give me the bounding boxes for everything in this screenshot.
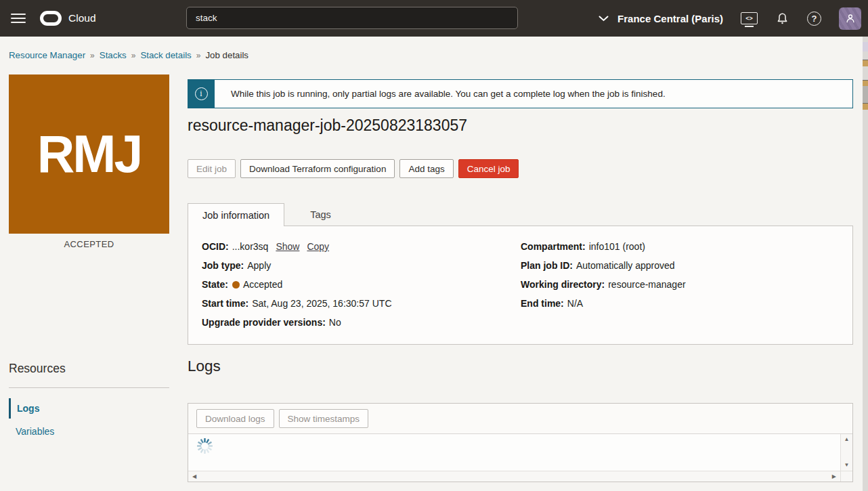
sidebar-item-variables[interactable]: Variables xyxy=(9,425,169,438)
cancel-job-button[interactable]: Cancel job xyxy=(458,159,519,178)
edit-job-button[interactable]: Edit job xyxy=(188,159,236,178)
sidebar-item-label: Logs xyxy=(17,403,39,414)
field-end-time: End time:N/A xyxy=(521,298,686,309)
scroll-down-icon[interactable]: ▼ xyxy=(841,463,852,468)
field-state: State:Accepted xyxy=(202,279,392,291)
field-start-time: Start time:Sat, Aug 23, 2025, 16:30:57 U… xyxy=(202,298,392,309)
scrollbar-thumb[interactable] xyxy=(863,42,868,51)
status-badge: ACCEPTED xyxy=(9,239,169,249)
state-dot-icon xyxy=(232,281,240,289)
breadcrumb-current: Job details xyxy=(205,50,248,60)
field-plan-job-id: Plan job ID:Automatically approved xyxy=(521,260,686,272)
scroll-left-icon[interactable]: ◀ xyxy=(192,474,196,479)
scroll-up-icon[interactable]: ▲ xyxy=(841,437,852,442)
breadcrumb-resource-manager[interactable]: Resource Manager xyxy=(9,50,85,60)
loading-spinner-icon xyxy=(196,437,214,455)
person-icon xyxy=(844,12,856,24)
resource-avatar-tile: RMJ xyxy=(9,74,169,234)
tab-tags[interactable]: Tags xyxy=(296,203,345,226)
job-information-panel: OCID:...kor3sqShowCopy Job type:Apply St… xyxy=(188,226,853,345)
brand-label: Cloud xyxy=(68,12,96,24)
breadcrumb-separator: » xyxy=(131,51,136,60)
oracle-logo-icon xyxy=(40,11,62,26)
scrollbar-corner xyxy=(840,471,852,482)
chevron-down-icon xyxy=(599,16,609,22)
info-banner-icon-block: i xyxy=(188,79,215,108)
question-mark-glyph: ? xyxy=(807,12,821,26)
download-logs-button[interactable]: Download logs xyxy=(196,409,274,428)
details-left-column: OCID:...kor3sqShowCopy Job type:Apply St… xyxy=(202,241,392,336)
breadcrumb-stack-details[interactable]: Stack details xyxy=(140,50,191,60)
avatar-initials: RMJ xyxy=(37,124,142,184)
breadcrumb: Resource Manager » Stacks » Stack detail… xyxy=(9,50,248,60)
resources-heading: Resources xyxy=(9,362,66,376)
top-navigation-bar: Cloud stack France Central (Paris) <> xyxy=(0,0,868,37)
cloud-shell-icon[interactable]: <> xyxy=(741,12,758,24)
topbar-right-group: France Central (Paris) <> ? xyxy=(599,0,861,37)
scrollbar-mark xyxy=(863,103,868,110)
show-timestamps-button[interactable]: Show timestamps xyxy=(279,409,369,428)
field-job-type: Job type:Apply xyxy=(202,260,392,272)
code-brackets-glyph: <> xyxy=(745,16,753,22)
scrollbar-mark xyxy=(863,60,868,66)
tab-job-information[interactable]: Job information xyxy=(188,203,284,226)
oracle-cloud-logo[interactable]: Cloud xyxy=(40,0,96,37)
scroll-right-icon[interactable]: ▶ xyxy=(832,474,836,479)
field-upgrade-provider-versions: Upgrade provider versions:No xyxy=(202,317,392,328)
logs-bottom-row: ◀ ▶ xyxy=(188,471,852,482)
copy-link[interactable]: Copy xyxy=(307,241,329,252)
oci-console-page: Cloud stack France Central (Paris) <> xyxy=(0,0,868,491)
scrollbar-mark xyxy=(863,86,868,103)
user-avatar[interactable] xyxy=(839,7,861,30)
detail-tabs: Job information Tags xyxy=(188,203,345,226)
page-scrollbar[interactable] xyxy=(863,37,868,491)
info-banner-text: While this job is running, only partial … xyxy=(215,80,666,108)
download-terraform-configuration-button[interactable]: Download Terraform configuration xyxy=(240,159,395,178)
breadcrumb-stacks[interactable]: Stacks xyxy=(100,50,127,60)
field-ocid: OCID:...kor3sqShowCopy xyxy=(202,241,392,253)
logs-viewport: ▲ ▼ xyxy=(188,434,852,471)
hamburger-menu-icon[interactable] xyxy=(11,11,26,26)
info-icon: i xyxy=(195,87,208,100)
sidebar-item-logs[interactable]: Logs xyxy=(9,398,169,419)
info-banner: i While this job is running, only partia… xyxy=(188,79,853,108)
sidebar-item-label: Variables xyxy=(16,426,54,437)
field-compartment: Compartment:info101 (root) xyxy=(521,241,686,253)
show-link[interactable]: Show xyxy=(276,241,299,252)
field-working-directory: Working directory:resource-manager xyxy=(521,279,686,291)
add-tags-button[interactable]: Add tags xyxy=(399,159,453,178)
logs-content-area xyxy=(188,434,840,471)
breadcrumb-separator: » xyxy=(196,51,201,60)
help-icon[interactable]: ? xyxy=(807,12,821,26)
job-actions-toolbar: Edit job Download Terraform configuratio… xyxy=(188,159,519,178)
details-right-column: Compartment:info101 (root) Plan job ID:A… xyxy=(521,241,686,317)
search-input[interactable]: stack xyxy=(186,7,518,29)
page-title: resource-manager-job-20250823183057 xyxy=(188,116,467,135)
logs-toolbar: Download logs Show timestamps xyxy=(188,404,852,434)
monitor-icon: <> xyxy=(741,12,758,24)
notifications-bell-icon[interactable] xyxy=(775,11,789,26)
search-value: stack xyxy=(196,13,217,23)
logs-panel: Download logs Show timestamps xyxy=(188,403,853,482)
resources-divider xyxy=(9,387,169,388)
logs-heading: Logs xyxy=(188,358,221,375)
region-label: France Central (Paris) xyxy=(617,13,723,24)
logs-vertical-scrollbar[interactable]: ▲ ▼ xyxy=(840,434,852,471)
breadcrumb-separator: » xyxy=(90,51,95,60)
region-selector[interactable]: France Central (Paris) xyxy=(599,13,723,24)
logs-horizontal-scrollbar[interactable]: ◀ ▶ xyxy=(188,471,840,482)
